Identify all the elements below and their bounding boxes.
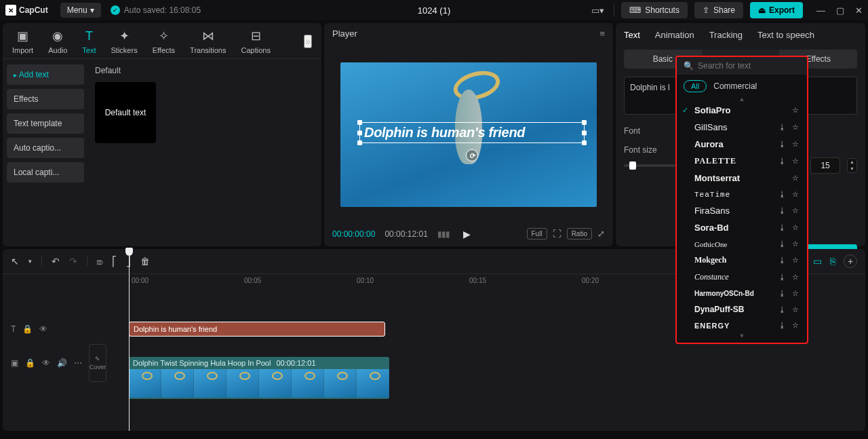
star-icon[interactable]: ☆ [791, 157, 800, 166]
star-icon[interactable]: ☆ [791, 174, 800, 183]
play-button[interactable]: ▶ [463, 229, 471, 240]
font-item[interactable]: HarmonyOSCn-Bd⭳☆ [677, 286, 807, 301]
star-icon[interactable]: ☆ [791, 106, 800, 115]
slider-thumb[interactable] [629, 161, 636, 170]
sidebar-item-effects[interactable]: Effects [7, 89, 84, 109]
more-tabs-button[interactable]: » [304, 35, 312, 48]
star-icon[interactable]: ☆ [791, 190, 800, 199]
lock-icon[interactable]: 🔒 [22, 324, 33, 334]
sidebar-item-text-template[interactable]: Text template [7, 113, 84, 134]
download-icon[interactable]: ⭳ [777, 157, 787, 166]
ratio-button[interactable]: Ratio [567, 228, 592, 240]
star-icon[interactable]: ☆ [791, 240, 800, 248]
scroll-up-arrow[interactable]: ▲ [677, 96, 807, 102]
stepper-down-icon[interactable]: ▼ [848, 166, 856, 172]
font-list[interactable]: ✓SofiaPro☆GillSans⭳☆Aurora⭳☆PALETTE⭳☆Mon… [677, 102, 807, 333]
tab-text-props[interactable]: Text [624, 30, 640, 40]
tab-animation[interactable]: Animation [655, 30, 694, 40]
tab-effects[interactable]: ✧Effects [153, 28, 175, 54]
text-clip[interactable]: Dolphin is human's friend [129, 322, 385, 337]
pointer-dropdown[interactable]: ▾ [28, 258, 32, 265]
resize-handle-bl[interactable] [357, 140, 362, 145]
download-icon[interactable]: ⭳ [777, 206, 787, 215]
download-icon[interactable]: ⭳ [777, 289, 787, 298]
sidebar-item-local-captions[interactable]: Local capti... [7, 162, 84, 183]
scroll-down-arrow[interactable]: ▼ [677, 333, 807, 339]
star-icon[interactable]: ☆ [791, 256, 800, 265]
tab-tts[interactable]: Text to speech [757, 30, 814, 40]
resize-handle-br[interactable] [582, 140, 587, 145]
split-button[interactable]: ⎄ [97, 256, 102, 267]
share-button[interactable]: ⇪ Share [694, 2, 743, 18]
maximize-button[interactable]: ▢ [836, 5, 844, 16]
eye-icon[interactable]: 👁 [39, 324, 47, 334]
delete-button[interactable]: 🗑 [140, 256, 150, 267]
font-item[interactable]: PALETTE⭳☆ [677, 153, 807, 170]
menu-button[interactable]: Menu ▾ [60, 3, 101, 18]
magnet-link-icon[interactable]: ⎘ [830, 256, 835, 267]
font-item[interactable]: GillSans⭳☆ [677, 119, 807, 136]
minimize-button[interactable]: — [816, 5, 825, 16]
download-icon[interactable]: ⭳ [777, 305, 787, 314]
download-icon[interactable]: ⭳ [777, 321, 787, 330]
cover-button[interactable]: ✎ Cover [89, 344, 106, 382]
video-canvas[interactable]: Dolphin is human's friend ⟳ [340, 62, 597, 207]
font-dropdown[interactable]: 🔍 All Commercial ▲ ✓SofiaPro☆GillSans⭳☆A… [675, 56, 808, 344]
download-icon[interactable]: ⭳ [777, 223, 787, 232]
tab-stickers[interactable]: ✦Stickers [111, 28, 138, 54]
default-text-thumb[interactable]: Default text [95, 82, 156, 143]
filter-all[interactable]: All [684, 80, 707, 92]
stepper-up-icon[interactable]: ▲ [848, 159, 856, 166]
shortcuts-button[interactable]: ⌨ Shortcuts [621, 2, 688, 18]
sidebar-item-auto-captions[interactable]: Auto captio... [7, 138, 84, 158]
export-button[interactable]: ⏏ Export [750, 2, 803, 18]
redo-button[interactable]: ↷ [69, 256, 77, 267]
eye-icon[interactable]: 👁 [42, 358, 50, 368]
full-button[interactable]: Full [527, 228, 547, 240]
font-item[interactable]: Aurora⭳☆ [677, 136, 807, 153]
download-icon[interactable]: ⭳ [777, 140, 787, 149]
trim-left-button[interactable]: ⎡ [112, 256, 117, 267]
more-icon[interactable]: ⋯ [74, 358, 82, 368]
font-item[interactable]: Montserrat☆ [677, 170, 807, 187]
font-item[interactable]: DynaPuff-SB⭳☆ [677, 301, 807, 318]
font-item[interactable]: Constance⭳☆ [677, 269, 807, 286]
fullscreen-icon[interactable]: ⤢ [597, 228, 605, 240]
resize-handle-tr[interactable] [582, 120, 587, 125]
font-size-value[interactable]: 15 [810, 157, 840, 174]
font-item[interactable]: ENERGY⭳☆ [677, 318, 807, 333]
text-overlay[interactable]: Dolphin is human's friend ⟳ [359, 122, 585, 143]
tab-captions[interactable]: ⊟Captions [241, 28, 270, 54]
tab-tracking[interactable]: Tracking [709, 30, 743, 40]
crop-icon[interactable]: ⛶ [553, 228, 561, 240]
lock-icon[interactable]: 🔒 [25, 358, 35, 368]
pointer-tool[interactable]: ↖ [11, 256, 19, 267]
download-icon[interactable]: ⭳ [777, 190, 787, 199]
star-icon[interactable]: ☆ [791, 223, 800, 232]
filter-commercial[interactable]: Commercial [713, 81, 757, 91]
resize-handle-ml[interactable] [357, 130, 362, 135]
download-icon[interactable]: ⭳ [777, 123, 787, 132]
tab-audio[interactable]: ◉Audio [48, 28, 67, 54]
playhead[interactable] [129, 249, 130, 431]
font-item[interactable]: Sora-Bd⭳☆ [677, 219, 807, 236]
font-search-input[interactable] [698, 61, 800, 71]
font-item[interactable]: FiraSans⭳☆ [677, 202, 807, 219]
player-menu-icon[interactable]: ≡ [599, 28, 605, 39]
download-icon[interactable]: ⭳ [777, 273, 787, 282]
speaker-icon[interactable]: 🔊 [57, 358, 67, 368]
sidebar-item-add-text[interactable]: Add text [7, 64, 84, 85]
star-icon[interactable]: ☆ [791, 305, 800, 314]
magnet-on-icon[interactable]: ▭ [813, 256, 822, 267]
tab-import[interactable]: ▣Import [12, 28, 33, 54]
undo-button[interactable]: ↶ [52, 256, 60, 267]
star-icon[interactable]: ☆ [791, 206, 800, 215]
download-icon[interactable]: ⭳ [777, 256, 787, 265]
tab-text[interactable]: TText [82, 29, 96, 54]
layout-button[interactable]: ▭▾ [589, 3, 607, 18]
resize-handle-mr[interactable] [582, 130, 587, 135]
star-icon[interactable]: ☆ [791, 289, 800, 298]
rotate-handle[interactable]: ⟳ [466, 149, 478, 161]
star-icon[interactable]: ☆ [791, 273, 800, 282]
star-icon[interactable]: ☆ [791, 140, 800, 149]
